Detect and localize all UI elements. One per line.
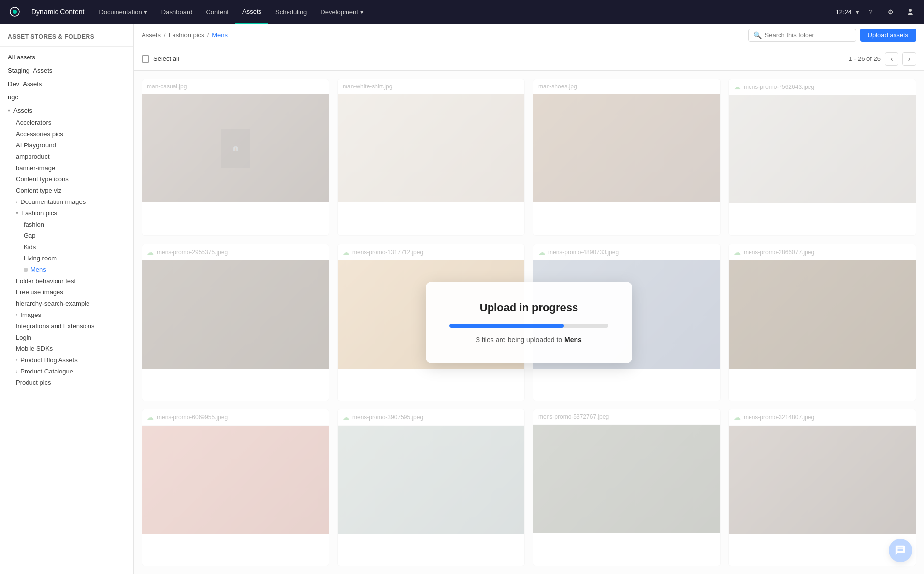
sidebar-item-fashion-pics[interactable]: ▾ Fashion pics xyxy=(0,207,133,219)
sidebar-item-folder-behaviour[interactable]: Folder behaviour test xyxy=(0,275,133,287)
svg-point-1 xyxy=(13,10,17,14)
chevron-down-icon: ▾ xyxy=(8,108,10,113)
sidebar-item-banner[interactable]: banner-image xyxy=(0,162,133,173)
upload-status: 3 files are being uploaded to Mens xyxy=(449,336,608,344)
nav-assets[interactable]: Assets xyxy=(235,0,268,24)
app-name: Dynamic Content xyxy=(24,8,92,16)
upload-modal: Upload in progress 3 files are being upl… xyxy=(426,282,632,363)
sidebar-item-gap[interactable]: Gap xyxy=(0,230,133,241)
user-button[interactable] xyxy=(902,4,918,20)
sidebar-item-documentation-images[interactable]: › Documentation images xyxy=(0,196,133,207)
sidebar-item-ugc[interactable]: ugc xyxy=(0,90,133,104)
sidebar-item-product-pics[interactable]: Product pics xyxy=(0,377,133,388)
settings-button[interactable]: ⚙ xyxy=(883,4,898,20)
sidebar-item-dev[interactable]: Dev_Assets xyxy=(0,77,133,90)
chevron-down-icon: ▾ xyxy=(360,8,364,16)
nav-documentation[interactable]: Documentation ▾ xyxy=(92,0,154,24)
upload-destination: Mens xyxy=(564,336,582,344)
active-indicator xyxy=(24,268,28,272)
search-input[interactable] xyxy=(765,31,851,39)
breadcrumb-fashion-pics[interactable]: Fashion pics xyxy=(169,31,204,39)
sidebar: Asset stores & folders All assets Stagin… xyxy=(0,24,134,574)
sidebar-item-mobile-sdks[interactable]: Mobile SDKs xyxy=(0,343,133,354)
select-all-checkbox[interactable] xyxy=(142,55,149,63)
next-page-button[interactable]: › xyxy=(902,52,916,66)
toolbar: Select all 1 - 26 of 26 ‹ › xyxy=(134,47,924,71)
breadcrumb-sep-2: / xyxy=(207,31,209,39)
sidebar-item-content-type-viz[interactable]: Content type viz xyxy=(0,185,133,196)
nav-development[interactable]: Development ▾ xyxy=(314,0,371,24)
sidebar-item-ampproduct[interactable]: ampproduct xyxy=(0,151,133,162)
breadcrumb-bar: Assets / Fashion pics / Mens 🔍 Upload as… xyxy=(134,24,924,47)
main-content: Assets / Fashion pics / Mens 🔍 Upload as… xyxy=(134,24,924,574)
sidebar-section-title: Asset stores & folders xyxy=(0,29,133,42)
layout: Asset stores & folders All assets Stagin… xyxy=(0,0,924,574)
sidebar-item-mens[interactable]: Mens xyxy=(0,264,133,275)
sidebar-item-content-type-icons[interactable]: Content type icons xyxy=(0,173,133,185)
upload-assets-button[interactable]: Upload assets xyxy=(860,29,916,42)
select-all-area[interactable]: Select all xyxy=(142,55,179,63)
sidebar-item-kids[interactable]: Kids xyxy=(0,241,133,253)
sidebar-item-product-catalogue[interactable]: › Product Catalogue xyxy=(0,366,133,377)
nav-content[interactable]: Content xyxy=(199,0,235,24)
breadcrumb-actions: 🔍 Upload assets xyxy=(748,29,916,42)
sidebar-item-living-room[interactable]: Living room xyxy=(0,253,133,264)
chevron-down-icon: ▾ xyxy=(16,210,18,216)
chevron-right-icon: › xyxy=(16,312,17,317)
sidebar-item-integrations[interactable]: Integrations and Extensions xyxy=(0,320,133,332)
chevron-right-icon: › xyxy=(16,357,17,363)
breadcrumb-mens[interactable]: Mens xyxy=(212,31,228,39)
sidebar-item-accessories[interactable]: Accessories pics xyxy=(0,128,133,140)
sidebar-item-login[interactable]: Login xyxy=(0,332,133,343)
asset-grid: man-casual.jpg 👔 man-white-shirt.jpg man… xyxy=(134,71,924,574)
search-box: 🔍 xyxy=(748,29,856,42)
help-button[interactable]: ? xyxy=(863,4,879,20)
upload-title: Upload in progress xyxy=(449,301,608,314)
pagination-text: 1 - 26 of 26 xyxy=(848,55,881,62)
sidebar-item-product-blog[interactable]: › Product Blog Assets xyxy=(0,354,133,366)
sidebar-item-ai[interactable]: AI Playground xyxy=(0,140,133,151)
sidebar-item-hierarchy-search[interactable]: hierarchy-search-example xyxy=(0,298,133,309)
upload-overlay: Upload in progress 3 files are being upl… xyxy=(134,71,924,574)
clock: 12:24 xyxy=(836,8,852,16)
pagination: 1 - 26 of 26 ‹ › xyxy=(848,52,916,66)
chevron-down-icon: ▾ xyxy=(856,8,859,16)
select-all-label[interactable]: Select all xyxy=(153,55,179,62)
nav-scheduling[interactable]: Scheduling xyxy=(268,0,314,24)
app-logo[interactable] xyxy=(6,7,24,17)
progress-bar-container xyxy=(449,324,608,328)
chevron-right-icon: › xyxy=(16,199,17,204)
sidebar-item-staging[interactable]: Staging_Assets xyxy=(0,64,133,77)
chevron-right-icon: › xyxy=(16,369,17,374)
sidebar-item-accelerators[interactable]: Accelerators xyxy=(0,117,133,128)
sidebar-item-free-use[interactable]: Free use images xyxy=(0,287,133,298)
topnav-right: 12:24 ▾ ? ⚙ xyxy=(836,4,918,20)
sidebar-item-assets[interactable]: ▾ Assets xyxy=(0,104,133,117)
sidebar-item-fashion[interactable]: fashion xyxy=(0,219,133,230)
search-icon: 🔍 xyxy=(753,31,762,39)
progress-bar xyxy=(449,324,564,328)
breadcrumb-sep-1: / xyxy=(164,31,166,39)
chevron-down-icon: ▾ xyxy=(144,8,147,16)
nav-dashboard[interactable]: Dashboard xyxy=(154,0,200,24)
breadcrumb-assets[interactable]: Assets xyxy=(142,31,161,39)
topnav: Dynamic Content Documentation ▾ Dashboar… xyxy=(0,0,924,24)
prev-page-button[interactable]: ‹ xyxy=(885,52,898,66)
sidebar-item-images[interactable]: › Images xyxy=(0,309,133,320)
sidebar-item-all-assets[interactable]: All assets xyxy=(0,51,133,64)
